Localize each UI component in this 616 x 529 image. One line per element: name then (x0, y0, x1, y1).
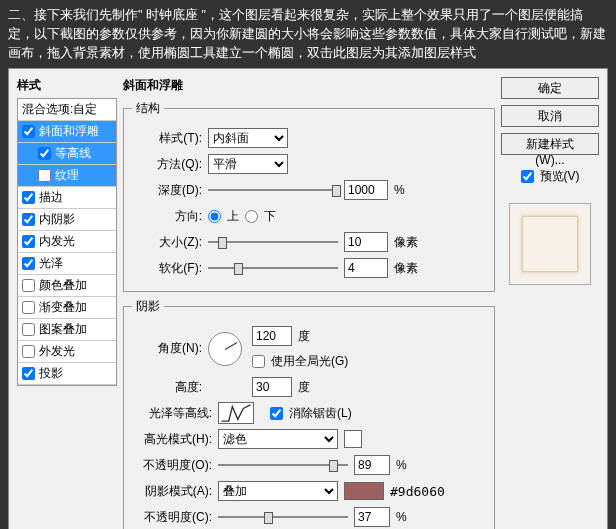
panel-title: 斜面和浮雕 (123, 77, 495, 94)
style-label: 样式(T): (132, 130, 202, 147)
direction-down-radio[interactable] (245, 210, 258, 223)
style-checkbox[interactable] (22, 367, 35, 380)
size-unit: 像素 (394, 234, 418, 251)
preview-thumbnail (509, 203, 591, 285)
size-slider[interactable] (208, 235, 338, 249)
angle-unit: 度 (298, 328, 310, 345)
style-label: 渐变叠加 (39, 299, 87, 316)
style-checkbox[interactable] (22, 191, 35, 204)
preview-checkbox[interactable] (521, 170, 534, 183)
highlight-opacity-input[interactable] (354, 455, 390, 475)
style-item-投影[interactable]: 投影 (18, 363, 116, 385)
style-item-斜面和浮雕[interactable]: 斜面和浮雕 (18, 121, 116, 143)
highlight-mode-select[interactable]: 滤色 (218, 429, 338, 449)
soften-input[interactable] (344, 258, 388, 278)
style-label: 描边 (39, 189, 63, 206)
size-input[interactable] (344, 232, 388, 252)
blend-options[interactable]: 混合选项:自定 (18, 99, 116, 121)
style-label: 外发光 (39, 343, 75, 360)
highlight-opacity-slider[interactable] (218, 458, 348, 472)
angle-control[interactable] (208, 332, 242, 366)
global-light-checkbox[interactable] (252, 355, 265, 368)
highlight-opacity-label: 不透明度(O): (132, 457, 212, 474)
layer-style-dialog: 样式 混合选项:自定 斜面和浮雕等高线纹理描边内阴影内发光光泽颜色叠加渐变叠加图… (8, 68, 608, 529)
angle-label: 角度(N): (132, 340, 202, 357)
style-checkbox[interactable] (22, 257, 35, 270)
style-checkbox[interactable] (22, 345, 35, 358)
highlight-mode-label: 高光模式(H): (132, 431, 212, 448)
shadow-opacity-slider[interactable] (218, 510, 348, 524)
style-select[interactable]: 内斜面 (208, 128, 288, 148)
altitude-input[interactable] (252, 377, 292, 397)
direction-up-radio[interactable] (208, 210, 221, 223)
style-item-渐变叠加[interactable]: 渐变叠加 (18, 297, 116, 319)
styles-list: 混合选项:自定 斜面和浮雕等高线纹理描边内阴影内发光光泽颜色叠加渐变叠加图案叠加… (17, 98, 117, 386)
style-item-内阴影[interactable]: 内阴影 (18, 209, 116, 231)
size-label: 大小(Z): (132, 234, 202, 251)
new-style-button[interactable]: 新建样式(W)... (501, 133, 599, 155)
direction-label: 方向: (132, 208, 202, 225)
style-item-等高线[interactable]: 等高线 (18, 143, 116, 165)
angle-input[interactable] (252, 326, 292, 346)
preview-label: 预览(V) (540, 168, 580, 185)
style-label: 颜色叠加 (39, 277, 87, 294)
style-checkbox[interactable] (22, 235, 35, 248)
action-panel: 确定 取消 新建样式(W)... 预览(V) (501, 77, 599, 529)
structure-legend: 结构 (132, 100, 164, 117)
shadow-color-swatch[interactable] (344, 482, 384, 500)
style-checkbox[interactable] (38, 169, 51, 182)
style-checkbox[interactable] (22, 213, 35, 226)
cancel-button[interactable]: 取消 (501, 105, 599, 127)
intro-text: 二、接下来我们先制作" 时钟底座 "，这个图层看起来很复杂，实际上整个效果只用了… (0, 0, 616, 68)
shadow-mode-select[interactable]: 叠加 (218, 481, 338, 501)
soften-slider[interactable] (208, 261, 338, 275)
antialias-checkbox[interactable] (270, 407, 283, 420)
method-select[interactable]: 平滑 (208, 154, 288, 174)
altitude-unit: 度 (298, 379, 310, 396)
style-label: 纹理 (55, 167, 79, 184)
style-item-描边[interactable]: 描边 (18, 187, 116, 209)
highlight-color-swatch[interactable] (344, 430, 362, 448)
style-checkbox[interactable] (22, 301, 35, 314)
shadow-opacity-unit: % (396, 510, 407, 524)
soften-unit: 像素 (394, 260, 418, 277)
settings-panel: 斜面和浮雕 结构 样式(T): 内斜面 方法(Q): 平滑 深度(D): % 方… (123, 77, 495, 529)
shading-legend: 阴影 (132, 298, 164, 315)
style-item-图案叠加[interactable]: 图案叠加 (18, 319, 116, 341)
styles-heading: 样式 (17, 77, 117, 94)
shadow-opacity-label: 不透明度(C): (132, 509, 212, 526)
shadow-opacity-input[interactable] (354, 507, 390, 527)
direction-down-label: 下 (264, 208, 276, 225)
style-label: 内阴影 (39, 211, 75, 228)
style-checkbox[interactable] (38, 147, 51, 160)
structure-group: 结构 样式(T): 内斜面 方法(Q): 平滑 深度(D): % 方向: 上 下 (123, 100, 495, 292)
method-label: 方法(Q): (132, 156, 202, 173)
style-label: 光泽 (39, 255, 63, 272)
style-label: 投影 (39, 365, 63, 382)
style-checkbox[interactable] (22, 323, 35, 336)
style-item-外发光[interactable]: 外发光 (18, 341, 116, 363)
direction-up-label: 上 (227, 208, 239, 225)
style-item-光泽[interactable]: 光泽 (18, 253, 116, 275)
style-item-内发光[interactable]: 内发光 (18, 231, 116, 253)
style-item-纹理[interactable]: 纹理 (18, 165, 116, 187)
soften-label: 软化(F): (132, 260, 202, 277)
altitude-label: 高度: (132, 379, 202, 396)
style-label: 等高线 (55, 145, 91, 162)
style-checkbox[interactable] (22, 279, 35, 292)
gloss-contour-label: 光泽等高线: (132, 405, 212, 422)
depth-input[interactable] (344, 180, 388, 200)
shading-group: 阴影 角度(N): 度 使用全局光(G) 高度: (123, 298, 495, 529)
antialias-label: 消除锯齿(L) (289, 405, 352, 422)
ok-button[interactable]: 确定 (501, 77, 599, 99)
style-checkbox[interactable] (22, 125, 35, 138)
style-item-颜色叠加[interactable]: 颜色叠加 (18, 275, 116, 297)
depth-label: 深度(D): (132, 182, 202, 199)
depth-unit: % (394, 183, 405, 197)
style-label: 斜面和浮雕 (39, 123, 99, 140)
styles-panel: 样式 混合选项:自定 斜面和浮雕等高线纹理描边内阴影内发光光泽颜色叠加渐变叠加图… (17, 77, 117, 529)
style-label: 图案叠加 (39, 321, 87, 338)
depth-slider[interactable] (208, 183, 338, 197)
style-label: 内发光 (39, 233, 75, 250)
gloss-contour-picker[interactable] (218, 402, 254, 424)
